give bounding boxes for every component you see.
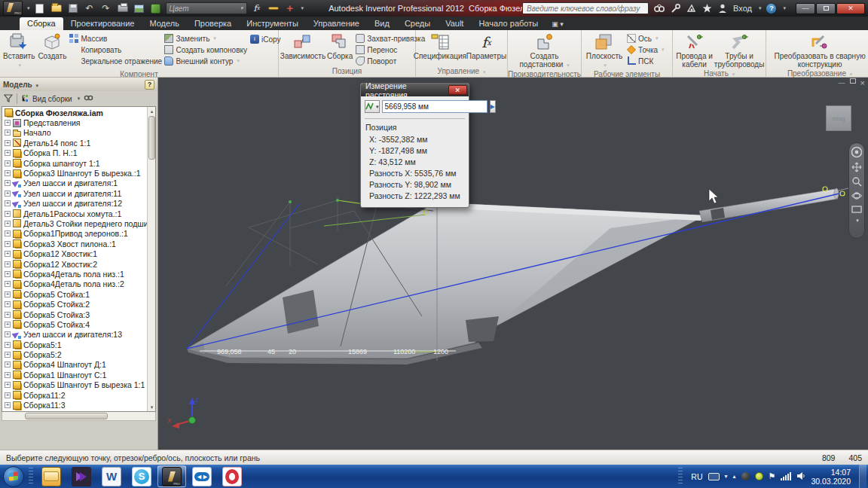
tree-expand-icon[interactable]: + xyxy=(5,230,11,236)
volume-icon[interactable] xyxy=(796,471,805,482)
view-mode-icon[interactable] xyxy=(21,94,29,104)
taskbar-player-button[interactable] xyxy=(67,465,96,487)
keyboard-icon[interactable] xyxy=(708,473,720,480)
tree-expand-icon[interactable]: + xyxy=(5,402,11,408)
tree-expand-icon[interactable]: + xyxy=(5,130,11,136)
replace-button[interactable]: Заменить▾ xyxy=(164,33,247,44)
action-center-flag-icon[interactable]: ⚑ xyxy=(769,471,776,481)
tree-horizontal-scrollbar[interactable] xyxy=(2,412,156,421)
measure-button[interactable]: + xyxy=(283,2,297,14)
tree-expand-icon[interactable]: + xyxy=(5,241,11,247)
panel-title-position[interactable]: Позиция xyxy=(279,66,415,77)
tree-item[interactable]: +Сборка5:1 xyxy=(2,340,147,349)
redo-button[interactable]: ↷ xyxy=(99,2,113,14)
tray-app-icon[interactable] xyxy=(741,472,750,480)
color-combobox[interactable]: Цвет▾ xyxy=(166,2,247,14)
search-input[interactable] xyxy=(522,2,649,14)
inventor-logo-icon[interactable] xyxy=(3,1,23,16)
orbit-icon[interactable] xyxy=(851,191,862,201)
tab-Вид[interactable]: Вид xyxy=(367,17,397,30)
tree-expand-icon[interactable]: + xyxy=(5,200,11,206)
tree-item[interactable]: +Сборка П. Н.:1 xyxy=(2,148,147,158)
tree-item[interactable]: +Узел шасси и двигателя:1 xyxy=(2,178,147,188)
tab-Проверка[interactable]: Проверка xyxy=(187,17,239,30)
tree-expand-icon[interactable]: + xyxy=(5,271,11,277)
zoom-icon[interactable] xyxy=(851,176,862,187)
tree-item[interactable]: +Сборка11:3 xyxy=(2,400,147,410)
close-button[interactable]: ✕ xyxy=(836,3,865,14)
icopy-button[interactable]: i iCopy xyxy=(250,34,281,44)
taskbar-inventor-button[interactable] xyxy=(157,465,186,487)
tree-item[interactable]: +Узел шасси и двигателя:11 xyxy=(2,188,147,198)
print-button[interactable] xyxy=(116,2,130,14)
array-button[interactable]: Массив xyxy=(69,33,161,44)
tree-item[interactable]: +Сборка3 Хвост пилона.:1 xyxy=(2,239,147,249)
tab-Сборка[interactable]: Сборка xyxy=(20,17,63,30)
browser-title[interactable]: Модель ▾ xyxy=(3,81,38,89)
tree-item[interactable]: +Сборка12 Хвостик:2 xyxy=(2,259,147,269)
tree-expand-icon[interactable]: + xyxy=(5,301,11,307)
doc-minimize-button[interactable]: — xyxy=(839,78,845,87)
signin-caret-icon[interactable]: ▾ xyxy=(759,5,762,11)
tree-item[interactable]: +Сборка5:2 xyxy=(2,349,147,359)
vertical-scroll-thumb[interactable] xyxy=(148,116,155,160)
rotate-button[interactable]: Поворот xyxy=(356,56,413,66)
create-layout-button[interactable]: Создать компоновку xyxy=(164,44,247,55)
appearance-button[interactable] xyxy=(267,2,280,14)
tree-item[interactable]: Сборка Фюзеляжа.iam xyxy=(2,108,147,117)
tree-item[interactable]: +Сборка5 Стойка:3 xyxy=(2,310,147,319)
viewport-3d[interactable]: — × xyxy=(158,78,868,450)
ucs-button[interactable]: ПСК xyxy=(627,56,669,66)
axis-button[interactable]: Ось▾ xyxy=(627,33,669,44)
save-button[interactable] xyxy=(66,2,80,14)
taskbar-word-button[interactable]: W xyxy=(97,465,126,487)
tree-expand-icon[interactable]: + xyxy=(5,322,11,328)
tree-expand-icon[interactable]: + xyxy=(5,281,11,287)
tab-Инструменты[interactable]: Инструменты xyxy=(239,17,306,30)
tab-Vault[interactable]: Vault xyxy=(438,17,471,30)
help-button[interactable]: ? xyxy=(766,4,776,14)
pan-icon[interactable] xyxy=(851,162,862,172)
create-component-button[interactable]: Создать xyxy=(38,32,66,60)
help-caret-icon[interactable]: ▾ xyxy=(783,5,786,11)
tree-expand-icon[interactable]: + xyxy=(5,382,11,388)
parameters-fx-button[interactable]: fx xyxy=(250,2,264,14)
tab-Проектирование[interactable]: Проектирование xyxy=(63,17,142,30)
plane-button[interactable]: Плоскость▾ xyxy=(585,32,624,69)
tree-expand-icon[interactable]: + xyxy=(5,160,11,166)
bom-button[interactable]: Спецификация xyxy=(417,32,463,60)
tree-item[interactable]: +Сборка5 Стойка:1 xyxy=(2,289,147,299)
tree-expand-icon[interactable]: + xyxy=(5,392,11,398)
tree-expand-icon[interactable]: + xyxy=(5,221,11,227)
measure-value-input[interactable] xyxy=(382,100,487,113)
tree-item[interactable]: +Сборка1Привод элеронов.:1 xyxy=(2,229,147,239)
grip-snap-button[interactable]: Захват-привязка xyxy=(356,33,413,44)
favorites-star-icon[interactable] xyxy=(701,3,712,14)
tree-expand-icon[interactable]: + xyxy=(5,120,11,126)
tree-vertical-scrollbar[interactable]: ▴ ▾ xyxy=(147,107,155,411)
cables-button[interactable]: Провода и кабели xyxy=(676,32,713,69)
search-binoculars-icon[interactable] xyxy=(654,3,665,14)
tree-expand-icon[interactable]: + xyxy=(5,191,11,197)
scroll-up-icon[interactable]: ▴ xyxy=(148,107,156,115)
show-desktop-button[interactable] xyxy=(859,465,866,488)
tree-expand-icon[interactable]: + xyxy=(5,291,11,297)
tree-item[interactable]: +Деталь14 пояс 1:1 xyxy=(2,138,147,148)
view-cube[interactable]: xdag xyxy=(826,105,851,131)
tree-expand-icon[interactable]: + xyxy=(5,331,11,337)
tubes-button[interactable]: Трубы и трубопроводы xyxy=(716,32,763,69)
dialog-close-button[interactable]: ✕ xyxy=(448,85,467,95)
tree-item[interactable]: +Сборка шпангоут 1:1 xyxy=(2,158,147,168)
tree-item[interactable]: +Сборка4 Шпангоут Д:1 xyxy=(2,360,147,370)
doc-restore-button[interactable] xyxy=(850,78,856,84)
tree-item[interactable]: +Сборка3 Шпангоут Б вырезка.:1 xyxy=(2,168,147,178)
wrench-icon[interactable] xyxy=(670,3,680,14)
dialog-title-bar[interactable]: Измерение расстояния ✕ xyxy=(361,84,469,96)
tree-item[interactable]: +Деталь3 Стойки переднего подшипника руч… xyxy=(2,218,147,228)
network-icon[interactable] xyxy=(781,472,791,480)
measure-next-button[interactable]: ▶ xyxy=(490,100,496,113)
qat-caret-icon[interactable]: ▾ xyxy=(301,5,304,11)
navbar-more-icon[interactable]: ▾ xyxy=(856,218,859,224)
tab-Модель[interactable]: Модель xyxy=(142,17,186,30)
browser-help-button[interactable]: ? xyxy=(145,80,154,90)
